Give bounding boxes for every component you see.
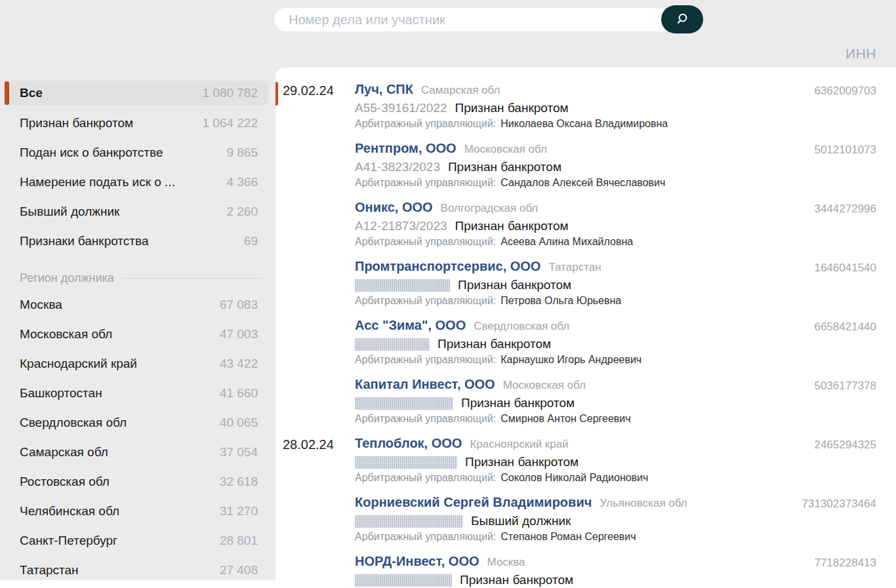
filter-count: 1 080 782 bbox=[195, 86, 258, 100]
entry-body: НОРД-Инвест, ООО Москва Признан банкрото… bbox=[355, 554, 791, 588]
debtor-name-link[interactable]: Промтранспортсервис, ООО bbox=[355, 259, 540, 274]
result-row: 28.02.24 Теплоблок, ООО Красноярский кра… bbox=[275, 436, 876, 486]
entry-body: Промтранспортсервис, ООО Татарстан Призн… bbox=[355, 259, 791, 309]
arbitration-manager-name: Петрова Ольга Юрьевна bbox=[500, 295, 621, 307]
sidebar-filter-item[interactable]: Самарская обл 37 054 bbox=[5, 437, 269, 467]
redacted-case-number bbox=[355, 574, 452, 587]
filter-count: 28 801 bbox=[213, 534, 258, 548]
result-row: Капитал Инвест, ООО Московская обл Призн… bbox=[275, 377, 876, 427]
sidebar-filter-item[interactable]: Челябинская обл 31 270 bbox=[5, 496, 269, 526]
selected-accent-bar bbox=[275, 82, 278, 106]
filter-count: 69 bbox=[237, 234, 258, 248]
entry-date bbox=[275, 200, 355, 250]
filter-label: Ростовская обл bbox=[20, 475, 110, 489]
inn-value: 1646041540 bbox=[791, 259, 876, 309]
entry-date bbox=[275, 554, 355, 588]
sidebar-filter-item[interactable]: Признаки банкротства 69 bbox=[5, 226, 269, 256]
sidebar-filter-item[interactable]: Московская обл 47 003 bbox=[5, 319, 269, 349]
entry-body: Оникс, ООО Волгоградская обл А12-21873/2… bbox=[355, 200, 791, 250]
arbitration-manager-name: Карнаушко Игорь Андреевич bbox=[500, 354, 641, 366]
entry-date: 29.02.24 bbox=[275, 82, 355, 132]
status-label: Признан банкротом bbox=[461, 396, 575, 410]
inn-value: 7718228413 bbox=[791, 554, 876, 588]
search-input[interactable] bbox=[274, 8, 703, 31]
filter-count: 9 865 bbox=[220, 146, 258, 160]
entry-date bbox=[275, 318, 355, 368]
debtor-name-link[interactable]: Оникс, ООО bbox=[355, 200, 433, 215]
debtor-region: Свердловская обл bbox=[474, 320, 569, 333]
debtor-name-link[interactable]: НОРД-Инвест, ООО bbox=[355, 554, 479, 569]
status-label: Признан банкротом bbox=[448, 160, 561, 174]
status-label: Бывший должник bbox=[471, 514, 571, 528]
debtor-name-link[interactable]: Теплоблок, ООО bbox=[355, 436, 462, 451]
sidebar-filter-item[interactable]: Башкортостан 41 660 bbox=[5, 378, 269, 408]
search-bar bbox=[274, 5, 703, 33]
filter-count: 2 260 bbox=[220, 205, 258, 219]
region-filter-list: Москва 67 083 Московская обл 47 003 Крас… bbox=[0, 290, 270, 580]
sidebar-filter-item[interactable]: Ростовская обл 32 618 bbox=[5, 467, 269, 496]
status-label: Признан банкротом bbox=[458, 278, 571, 292]
sidebar-filter-item[interactable]: Татарстан 27 408 bbox=[5, 555, 269, 580]
sidebar-filter-item[interactable]: Краснодарский край 43 422 bbox=[5, 349, 269, 378]
entry-body: Корниевский Сергей Владимирович Ульяновс… bbox=[355, 495, 791, 545]
entry-date bbox=[275, 141, 355, 191]
arbitration-manager-label: Арбитражный управляющий: bbox=[355, 295, 496, 307]
search-button[interactable] bbox=[661, 5, 703, 33]
inn-value: 5036177378 bbox=[791, 377, 876, 427]
debtor-name-link[interactable]: Асс "Зима", ООО bbox=[355, 318, 466, 333]
debtor-region: Волгоградская обл bbox=[441, 202, 539, 215]
debtor-region: Татарстан bbox=[548, 261, 601, 274]
entry-body: Асс "Зима", ООО Свердловская обл Признан… bbox=[355, 318, 791, 368]
entry-date: 28.02.24 bbox=[275, 436, 355, 486]
section-divider bbox=[122, 278, 262, 279]
filter-label: Признаки банкротства bbox=[20, 234, 149, 248]
filter-count: 43 422 bbox=[213, 357, 258, 371]
filter-label: Самарская обл bbox=[20, 445, 108, 460]
filter-count: 40 065 bbox=[213, 416, 258, 430]
case-number: А12-21873/2023 bbox=[355, 219, 447, 233]
column-header-inn: ИНН bbox=[845, 46, 876, 62]
sidebar-filter-item[interactable]: Санкт-Петербург 28 801 bbox=[5, 526, 269, 555]
region-section-header: Регион должника bbox=[5, 266, 269, 290]
debtor-name-link[interactable]: Капитал Инвест, ООО bbox=[355, 377, 495, 392]
debtor-name-link[interactable]: Рентпром, ООО bbox=[355, 141, 457, 156]
entry-date bbox=[275, 259, 355, 309]
filter-count: 4 366 bbox=[220, 175, 258, 189]
arbitration-manager-label: Арбитражный управляющий: bbox=[355, 354, 496, 366]
sidebar-filter-item[interactable]: Москва 67 083 bbox=[5, 290, 269, 319]
debtor-region: Московская обл bbox=[464, 143, 547, 156]
filter-label: Признан банкротом bbox=[20, 116, 133, 130]
filter-count: 47 003 bbox=[213, 327, 258, 342]
entry-body: Луч, СПК Самарская обл А55-39161/2022 Пр… bbox=[355, 82, 791, 132]
filter-label: Свердловская обл bbox=[20, 416, 127, 430]
debtor-region: Московская обл bbox=[503, 379, 586, 392]
filter-label: Бывший должник bbox=[20, 205, 119, 219]
sidebar-bottom-strip bbox=[0, 580, 275, 588]
inn-value: 3444272996 bbox=[791, 200, 876, 250]
filter-count: 27 408 bbox=[213, 563, 258, 578]
entry-date bbox=[275, 377, 355, 427]
search-icon bbox=[675, 12, 690, 27]
filter-count: 37 054 bbox=[213, 445, 258, 460]
debtor-region: Москва bbox=[487, 556, 525, 569]
redacted-case-number bbox=[355, 456, 457, 469]
sidebar-filter-item[interactable]: Все 1 080 782 bbox=[5, 81, 269, 106]
debtor-name-link[interactable]: Луч, СПК bbox=[355, 82, 413, 97]
debtor-name-link[interactable]: Корниевский Сергей Владимирович bbox=[355, 495, 592, 510]
filter-label: Москва bbox=[20, 298, 62, 312]
results-panel: 29.02.24 Луч, СПК Самарская обл А55-3916… bbox=[275, 68, 896, 588]
sidebar-filter-item[interactable]: Признан банкротом 1 064 222 bbox=[5, 108, 269, 138]
case-number: А41-3823/2023 bbox=[355, 160, 440, 174]
sidebar-filter-item[interactable]: Бывший должник 2 260 bbox=[5, 197, 269, 226]
inn-value: 731302373464 bbox=[791, 495, 876, 545]
entry-date bbox=[275, 495, 355, 545]
debtor-region: Красноярский край bbox=[470, 438, 568, 451]
sidebar-filter-item[interactable]: Подан иск о банкротстве 9 865 bbox=[5, 138, 269, 167]
arbitration-manager-name: Соколов Николай Радионович bbox=[500, 472, 648, 484]
arbitration-manager-name: Сандалов Алексей Вячеславович bbox=[500, 177, 665, 189]
sidebar-filter-item[interactable]: Свердловская обл 40 065 bbox=[5, 408, 269, 437]
sidebar-filter-item[interactable]: Намерение подать иск о ... 4 366 bbox=[5, 167, 269, 197]
filter-count: 41 660 bbox=[213, 386, 258, 401]
status-label: Признан банкротом bbox=[455, 219, 569, 233]
filter-label: Татарстан bbox=[20, 563, 79, 578]
